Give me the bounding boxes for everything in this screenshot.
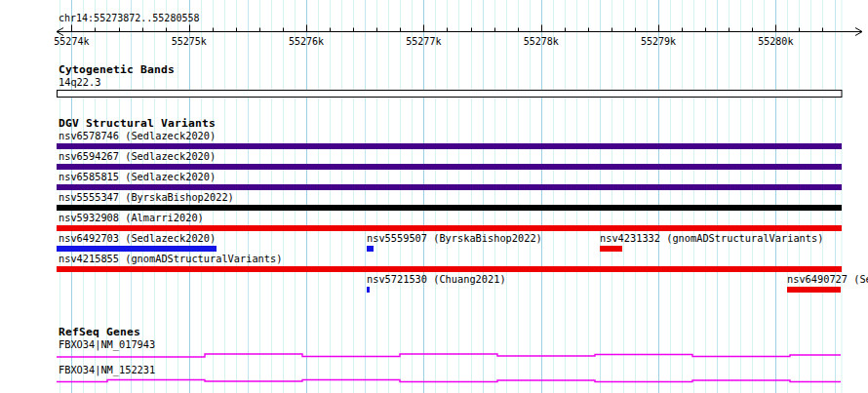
variant-bar[interactable] xyxy=(57,143,842,149)
variant-label[interactable]: nsv5932908 (Almarri2020) xyxy=(59,213,204,223)
section-header-dgv: DGV Structural Variants xyxy=(59,118,216,130)
cytoband-label[interactable]: 14q22.3 xyxy=(59,77,100,88)
ruler-tick-label: 55277k xyxy=(406,36,441,47)
gene-line[interactable] xyxy=(57,354,841,357)
ruler-tick-label: 55274k xyxy=(54,36,89,47)
variant-bar[interactable] xyxy=(57,225,842,231)
variant-label[interactable]: nsv6578746 (Sedlazeck2020) xyxy=(59,131,216,141)
ruler-tick-label: 55275k xyxy=(172,36,207,47)
variant-label[interactable]: nsv6490727 (Se xyxy=(787,274,868,285)
variant-label[interactable]: nsv5555347 (ByrskaBishop2022) xyxy=(59,192,234,203)
variant-bar[interactable] xyxy=(57,164,842,170)
variant-bar[interactable] xyxy=(57,184,842,190)
region-title: chr14:55273872..55280558 xyxy=(59,13,200,24)
variant-bar[interactable] xyxy=(367,287,370,293)
ruler-tick-label: 55280k xyxy=(758,36,793,47)
variant-bar[interactable] xyxy=(600,246,622,252)
ruler-tick-label: 55279k xyxy=(641,36,676,47)
gene-label[interactable]: FBXO34|NM_017943 xyxy=(59,339,155,350)
variant-label[interactable]: nsv6594267 (Sedlazeck2020) xyxy=(59,151,216,162)
gene-line[interactable] xyxy=(57,380,841,382)
cytoband-rect[interactable] xyxy=(58,91,843,98)
genome-browser-panel: 55274k55275k55276k55277k55278k55279k5528… xyxy=(0,0,868,393)
section-header-cytogenetic: Cytogenetic Bands xyxy=(59,64,175,76)
variant-label[interactable]: nsv6492703 (Sedlazeck2020) xyxy=(59,233,216,244)
variant-bar[interactable] xyxy=(787,287,841,293)
variant-label[interactable]: nsv5559507 (ByrskaBishop2022) xyxy=(367,233,542,244)
variant-bar[interactable] xyxy=(367,246,374,252)
variant-label[interactable]: nsv5721530 (Chuang2021) xyxy=(367,274,506,285)
variant-bar[interactable] xyxy=(57,266,842,272)
ruler-tick-label: 55276k xyxy=(289,36,324,47)
variant-label[interactable]: nsv6585815 (Sedlazeck2020) xyxy=(59,172,216,182)
ruler-tick-label: 55278k xyxy=(524,36,559,47)
gene-label[interactable]: FBXO34|NM_152231 xyxy=(59,365,155,375)
variant-label[interactable]: nsv4215855 (gnomADStructuralVariants) xyxy=(59,254,282,264)
variant-bar[interactable] xyxy=(57,205,842,211)
variant-label[interactable]: nsv4231332 (gnomADStructuralVariants) xyxy=(600,233,823,244)
variant-bar[interactable] xyxy=(57,246,217,252)
section-header-refseq: RefSeq Genes xyxy=(59,327,140,338)
